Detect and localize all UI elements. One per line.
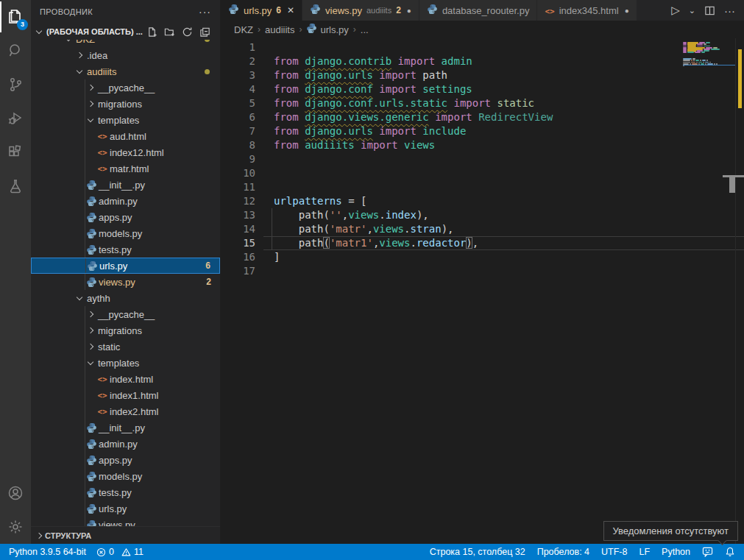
tab-index345-html[interactable]: <>index345.html●	[537, 0, 637, 21]
code-line-17[interactable]: 17	[221, 264, 744, 278]
problems-status[interactable]: 0 11	[96, 547, 144, 557]
code-text: path('',views.index),	[255, 208, 429, 222]
code-text: from django.contrib import admin	[255, 54, 472, 68]
split-editor-icon[interactable]	[704, 5, 715, 16]
run-icon[interactable]: ▷	[671, 4, 680, 17]
tree-item-templates[interactable]: templates	[31, 355, 220, 371]
sidebar-more-icon[interactable]: ···	[199, 6, 211, 18]
new-folder-icon[interactable]	[163, 25, 176, 38]
tree-item-views-py[interactable]: views.py2	[31, 274, 220, 290]
close-icon[interactable]: ✕	[287, 5, 294, 15]
tree-item-admin-py[interactable]: admin.py	[31, 436, 220, 452]
breadcrumb-item--[interactable]: ...	[361, 24, 369, 35]
code-line-8[interactable]: 8from audiiits import views	[221, 138, 744, 152]
cursor-position-status[interactable]: Строка 15, столбец 32	[430, 547, 525, 557]
eol-status[interactable]: LF	[639, 547, 650, 557]
language-mode-status[interactable]: Python	[662, 547, 690, 557]
more-actions-icon[interactable]: ···	[724, 4, 735, 17]
code-line-5[interactable]: 5from django.conf.urls.static import sta…	[221, 96, 744, 110]
tree-item-views-py[interactable]: views.py	[31, 517, 220, 527]
tree-item-urls-py[interactable]: urls.py6	[31, 258, 220, 274]
activity-item-search[interactable]	[0, 34, 31, 68]
tree-item-models-py[interactable]: models.py	[31, 468, 220, 484]
minimap[interactable]	[683, 38, 736, 544]
tree-item-dkz[interactable]: DKZ	[31, 40, 220, 47]
code-line-4[interactable]: 4from django.conf import settings	[221, 82, 744, 96]
account-icon	[7, 484, 24, 502]
code-line-10[interactable]: 10	[221, 166, 744, 180]
tree-item--pycache-[interactable]: __pycache__	[31, 79, 220, 96]
tree-item-index-html[interactable]: <>index.html	[31, 371, 220, 387]
tree-item-label: aythh	[87, 293, 110, 304]
activity-item-account[interactable]	[0, 476, 31, 510]
activity-item-run-debug[interactable]	[0, 102, 31, 135]
code-line-13[interactable]: 13 path('',views.index),	[221, 208, 744, 222]
code-line-16[interactable]: 16]	[221, 250, 744, 264]
code-line-12[interactable]: 12urlpatterns = [	[221, 194, 744, 208]
tree-item-aythh[interactable]: aythh	[31, 290, 220, 306]
tree-item-admin-py[interactable]: admin.py	[31, 193, 220, 209]
activity-item-testing[interactable]	[0, 169, 31, 203]
tree-item--init-py[interactable]: __init__.py	[31, 177, 220, 193]
tree-item-migrations[interactable]: migrations	[31, 322, 220, 339]
refresh-icon[interactable]	[180, 25, 194, 38]
code-line-9[interactable]: 9	[221, 152, 744, 166]
code-line-1[interactable]: 1	[221, 40, 744, 54]
scrollbar-handle[interactable]	[729, 177, 735, 193]
code-editor[interactable]: 12from django.contrib import admin3from …	[221, 38, 744, 544]
workspace-section-header[interactable]: (РАБОЧАЯ ОБЛАСТЬ) ...	[31, 24, 220, 40]
tab-urls-py[interactable]: urls.py6✕	[221, 0, 302, 21]
tree-item-static[interactable]: static	[31, 339, 220, 355]
tree-item-index1-html[interactable]: <>index1.html	[31, 387, 220, 403]
tree-item-apps-py[interactable]: apps.py	[31, 452, 220, 468]
tree-item-audiiits[interactable]: audiiits	[31, 63, 220, 79]
tree-item-aud-html[interactable]: <>aud.html	[31, 128, 220, 144]
run-debug-icon	[7, 110, 24, 127]
tree-item-urls-py[interactable]: urls.py	[31, 500, 220, 517]
tree-item-matr-html[interactable]: <>matr.html	[31, 160, 220, 177]
modified-dot-badge	[205, 40, 210, 42]
tab-database-roouter-py[interactable]: database_roouter.py	[419, 0, 538, 21]
tree-item--idea[interactable]: .idea	[31, 47, 220, 63]
tree-item-label: __init__.py	[99, 180, 145, 191]
code-line-3[interactable]: 3from django.urls import path	[221, 68, 744, 82]
breadcrumb-item-dkz[interactable]: DKZ	[234, 24, 253, 35]
code-line-7[interactable]: 7from django.urls import include	[221, 124, 744, 138]
breadcrumb-item-audiiits[interactable]: audiiits	[265, 24, 294, 35]
line-number: 8	[221, 138, 255, 152]
code-line-6[interactable]: 6from django.views.generic import Redire…	[221, 110, 744, 124]
code-line-2[interactable]: 2from django.contrib import admin	[221, 54, 744, 68]
tree-item-tests-py[interactable]: tests.py	[31, 241, 220, 258]
outline-section-header[interactable]: СТРУКТУРА	[31, 526, 220, 544]
code-line-14[interactable]: 14 path('matr',views.stran),	[221, 222, 744, 236]
tree-item-models-py[interactable]: models.py	[31, 225, 220, 241]
activity-item-settings-gear[interactable]	[0, 510, 31, 544]
tree-item-tests-py[interactable]: tests.py	[31, 484, 220, 500]
error-icon	[96, 547, 106, 557]
encoding-status[interactable]: UTF-8	[601, 547, 627, 557]
tab-views-py[interactable]: views.pyaudiiits2●	[302, 0, 419, 21]
tab-label: database_roouter.py	[442, 5, 530, 16]
breadcrumb-item-urls-py[interactable]: urls.py	[306, 23, 348, 36]
collapse-all-icon[interactable]	[198, 25, 211, 38]
overview-ruler[interactable]	[735, 38, 744, 544]
activity-item-explorer[interactable]: 3	[0, 0, 31, 34]
new-file-icon[interactable]	[145, 25, 158, 38]
indentation-status[interactable]: Пробелов: 4	[537, 547, 589, 557]
feedback-icon[interactable]	[702, 547, 713, 557]
python-interpreter-status[interactable]: Python 3.9.5 64-bit	[9, 547, 86, 557]
activity-item-source-control[interactable]	[0, 68, 31, 102]
code-line-15[interactable]: 15 path('matr1',views.redactor),	[221, 236, 744, 250]
activity-item-extensions[interactable]	[0, 135, 31, 169]
tree-item-migrations[interactable]: migrations	[31, 96, 220, 112]
tree-item-templates[interactable]: templates	[31, 112, 220, 128]
tree-item-apps-py[interactable]: apps.py	[31, 209, 220, 225]
tree-item-label: DKZ	[76, 40, 95, 45]
tree-item--pycache-[interactable]: __pycache__	[31, 306, 220, 322]
tree-item-index2-html[interactable]: <>index2.html	[31, 403, 220, 419]
tree-item-index12-html[interactable]: <>index12.html	[31, 144, 220, 160]
tree-item--init-py[interactable]: __init__.py	[31, 419, 220, 436]
bell-icon[interactable]	[725, 547, 735, 557]
code-line-11[interactable]: 11	[221, 180, 744, 194]
run-dropdown-icon[interactable]: ⌄	[689, 6, 695, 15]
